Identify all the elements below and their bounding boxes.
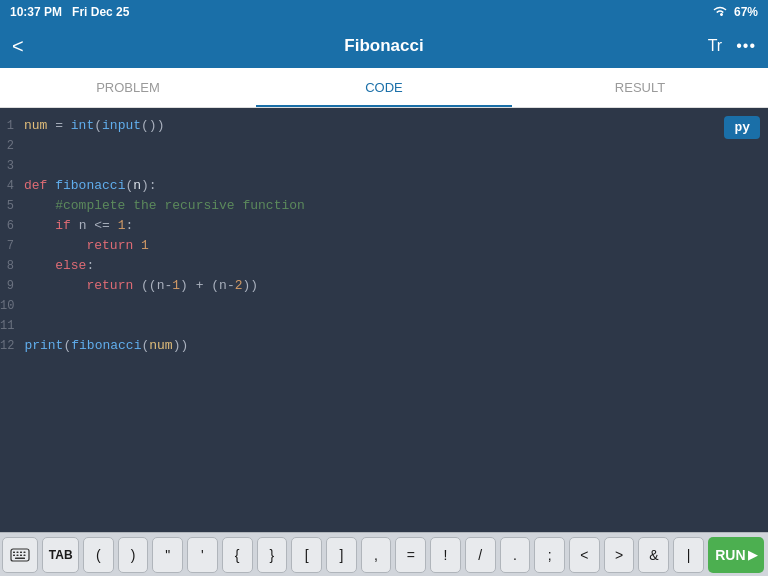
code-line-6: 6 if n <= 1: [0, 216, 768, 236]
code-line-4: 4 def fibonacci(n): [0, 176, 768, 196]
code-editor[interactable]: py 1 num = int(input()) 2 3 4 def fibona… [0, 108, 768, 532]
page-title: Fibonacci [72, 36, 696, 56]
more-icon[interactable]: ••• [736, 37, 756, 55]
slash-key[interactable]: / [465, 537, 496, 573]
code-line-3: 3 [0, 156, 768, 176]
header: < Fibonacci Tr ••• [0, 24, 768, 68]
code-line-11: 11 [0, 316, 768, 336]
header-left: < [12, 35, 72, 58]
open-brace-key[interactable]: { [222, 537, 253, 573]
svg-rect-3 [20, 551, 22, 553]
status-bar: 10:37 PM Fri Dec 25 67% [0, 0, 768, 24]
font-icon[interactable]: Tr [708, 37, 723, 55]
status-time-date: 10:37 PM Fri Dec 25 [10, 5, 129, 19]
less-than-key[interactable]: < [569, 537, 600, 573]
svg-rect-4 [24, 551, 26, 553]
code-line-10: 10 [0, 296, 768, 316]
code-line-8: 8 else: [0, 256, 768, 276]
status-icons: 67% [712, 5, 758, 20]
close-bracket-key[interactable]: ] [326, 537, 357, 573]
equals-key[interactable]: = [395, 537, 426, 573]
wifi-icon [712, 5, 728, 20]
code-line-5: 5 #complete the recursive function [0, 196, 768, 216]
open-bracket-key[interactable]: [ [291, 537, 322, 573]
semicolon-key[interactable]: ; [534, 537, 565, 573]
tab-bar: PROBLEM CODE RESULT [0, 68, 768, 108]
run-button[interactable]: RUN ▶ [708, 537, 764, 573]
ampersand-key[interactable]: & [638, 537, 669, 573]
greater-than-key[interactable]: > [604, 537, 635, 573]
svg-rect-5 [13, 554, 15, 556]
date: Fri Dec 25 [72, 5, 129, 19]
battery: 67% [734, 5, 758, 19]
comma-key[interactable]: , [361, 537, 392, 573]
exclaim-key[interactable]: ! [430, 537, 461, 573]
header-right: Tr ••• [696, 37, 756, 55]
close-paren-key[interactable]: ) [118, 537, 149, 573]
back-button[interactable]: < [12, 35, 24, 58]
close-brace-key[interactable]: } [257, 537, 288, 573]
tab-code[interactable]: CODE [256, 68, 512, 107]
tab-problem[interactable]: PROBLEM [0, 68, 256, 107]
pipe-key[interactable]: | [673, 537, 704, 573]
double-quote-key[interactable]: " [152, 537, 183, 573]
svg-rect-7 [20, 554, 22, 556]
code-line-1: 1 num = int(input()) [0, 116, 768, 136]
svg-rect-8 [24, 554, 26, 556]
open-paren-key[interactable]: ( [83, 537, 114, 573]
dot-key[interactable]: . [500, 537, 531, 573]
code-line-7: 7 return 1 [0, 236, 768, 256]
code-lines: 1 num = int(input()) 2 3 4 def fibonacci… [0, 116, 768, 356]
keyboard-icon-key[interactable] [2, 537, 38, 573]
keyboard-bar: TAB ( ) " ' { } [ ] , = ! / . ; < > & | … [0, 532, 768, 576]
py-badge: py [724, 116, 760, 139]
svg-rect-1 [13, 551, 15, 553]
svg-rect-6 [17, 554, 19, 556]
svg-rect-2 [17, 551, 19, 553]
tab-result[interactable]: RESULT [512, 68, 768, 107]
code-line-2: 2 [0, 136, 768, 156]
code-line-9: 9 return ((n-1) + (n-2)) [0, 276, 768, 296]
code-line-12: 12 print(fibonacci(num)) [0, 336, 768, 356]
single-quote-key[interactable]: ' [187, 537, 218, 573]
time: 10:37 PM [10, 5, 62, 19]
svg-rect-9 [15, 557, 25, 559]
tab-key[interactable]: TAB [42, 537, 78, 573]
